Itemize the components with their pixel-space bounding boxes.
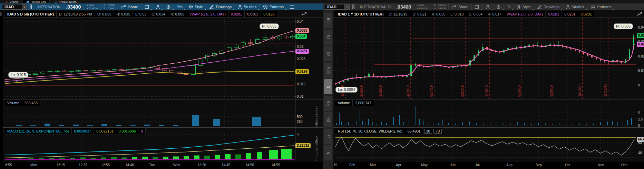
right-time-axis[interactable] [333, 162, 644, 169]
left-volume-label: Volume [5, 100, 22, 106]
left-ohlc-high: H: 0.035 [114, 11, 133, 17]
right-vwap-lower-value: 0.0281 [578, 11, 594, 17]
macd-zero-value: 0 [138, 128, 146, 134]
svg-text:7/19/19: 7/19/19 [485, 85, 489, 97]
right-chart-title: IDAD 1 Y 1D [OTC OTHER] [335, 11, 386, 17]
left-ohlc-range: R: 0.005 [168, 11, 187, 17]
right-ohlc-range: R: 0.017 [485, 11, 504, 17]
left-ohlc-low: L: 0.03 [133, 11, 149, 17]
right-volume-header: Volume 2,000,747 [335, 100, 374, 106]
rsi-overbought-level: 70 [433, 129, 442, 134]
left-ohlc-open: O: 0.033 [95, 11, 114, 17]
svg-text:10/18/19: 10/18/19 [578, 83, 582, 97]
chart-canvas: 1/18/192/15/193/15/194/19/195/17/196/21/… [0, 0, 644, 169]
right-volume-label: Volume [335, 100, 353, 106]
right-volume-value: 2,000,747 [353, 100, 374, 106]
svg-text:2/15/19: 2/15/19 [360, 85, 363, 97]
left-vwap-value: 0.0281 [228, 11, 245, 17]
rsi-value: 66.4901 [405, 128, 423, 134]
left-macd-header: MACD (12, 26, 9, EXPONENTIAL, no) 0.0039… [5, 128, 146, 134]
left-chart-title: IDAD 5 D 5m [OTC OTHER] [5, 11, 57, 17]
svg-text:9/20/19: 9/20/19 [549, 85, 553, 97]
right-ohlc-open: O: 0.021 [410, 11, 429, 17]
right-vwap-upper-value: 0.0281 [562, 11, 578, 17]
svg-text:6/21/19: 6/21/19 [461, 85, 465, 97]
left-vwap-lower-value: 0.0199 [261, 11, 277, 17]
right-chart-header: IDAD 1 Y 1D [OTC OTHER] D: 12/18/19 O: 0… [335, 11, 594, 17]
right-ohlc-high: H: 0.035 [429, 11, 448, 17]
left-time-axis[interactable] [3, 162, 323, 169]
svg-text:11/15/19: 11/15/19 [604, 83, 607, 97]
left-volume-value: 590,455 [22, 100, 40, 106]
left-volume-header: Volume 590,455 [5, 100, 40, 106]
right-ohlc-low: L: 0.018 [448, 11, 466, 17]
svg-text:5/17/19: 5/17/19 [430, 85, 433, 97]
svg-text:8/16/19: 8/16/19 [517, 85, 521, 97]
svg-text:1/18/19: 1/18/19 [341, 85, 344, 97]
panel-grip-handle[interactable] [0, 12, 2, 16]
svg-text:3/15/19: 3/15/19 [379, 85, 382, 97]
svg-text:4/19/19: 4/19/19 [406, 85, 410, 97]
left-ohlc-date: D: 12/18/19 2:55 PM [57, 11, 95, 17]
macd-value: 0.0039037 [72, 128, 94, 134]
left-chart-header: IDAD 5 D 5m [OTC OTHER] D: 12/18/19 2:55… [5, 11, 277, 17]
left-vwap-upper-value: 0.0363 [245, 11, 261, 17]
right-ohlc-close: C: 0.034 [466, 11, 485, 17]
macd-signal-value: 0.0022131 [94, 128, 116, 134]
rsi-oversold-level: 30 [424, 129, 432, 134]
left-vwap-label: VWAP (-2.0, 2.0, DAY) [187, 11, 228, 17]
macd-label: MACD (12, 26, 9, EXPONENTIAL, no) [5, 128, 72, 134]
right-chart-type-icon[interactable] [637, 12, 643, 16]
right-vwap-value: 0.0281 [546, 11, 562, 17]
rsi-label: RSI (14, 70, 30, CLOSE, WILDERS, no) [335, 128, 405, 134]
left-ohlc-close: C: 0.034 [149, 11, 168, 17]
right-ohlc-date: D: 12/18/19 [386, 11, 410, 17]
macd-hist-value: 0.0016906 [116, 128, 139, 134]
right-rsi-header: RSI (14, 70, 30, CLOSE, WILDERS, no) 66.… [335, 128, 442, 134]
right-vwap-label: VWAP (-2.0, 2.0, DAY) [504, 11, 546, 17]
left-chart-type-icon[interactable] [301, 12, 307, 16]
trading-platform-window: Charts Flexible Grid Product Depth IDAD … [0, 0, 644, 169]
